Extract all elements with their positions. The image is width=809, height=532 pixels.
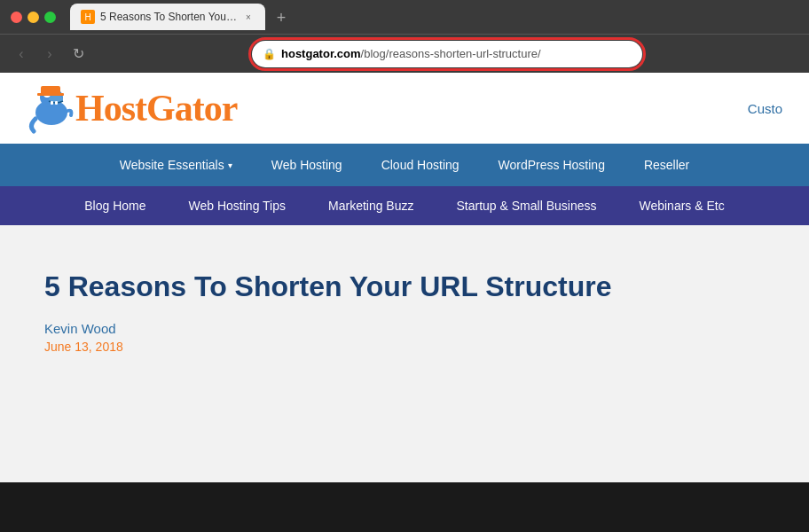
tab-close-button[interactable]: × — [242, 11, 255, 23]
blog-nav-home[interactable]: Blog Home — [63, 186, 167, 225]
chevron-down-icon: ▾ — [228, 160, 232, 170]
url-text: hostgator.com/blog/reasons-shorten-url-s… — [281, 47, 541, 60]
close-button[interactable] — [11, 12, 22, 23]
blog-nav-marketing-buzz[interactable]: Marketing Buzz — [307, 186, 435, 225]
article-title: 5 Reasons To Shorten Your URL Structure — [44, 270, 765, 303]
blog-nav-startup[interactable]: Startup & Small Business — [436, 186, 618, 225]
tab-favicon: H — [81, 10, 95, 24]
nav-item-reseller[interactable]: Reseller — [624, 144, 709, 186]
minimize-button[interactable] — [27, 12, 39, 23]
website-content: HostGator Custo Website Essentials ▾ Web… — [0, 73, 809, 482]
nav-item-web-hosting[interactable]: Web Hosting — [252, 144, 362, 186]
logo-gator-icon — [27, 82, 75, 135]
article-author: Kevin Wood — [44, 321, 765, 336]
address-bar-row: ‹ › ↻ 🔒 hostgator.com/blog/reasons-short… — [0, 34, 809, 73]
lock-icon: 🔒 — [263, 48, 276, 60]
nav-item-cloud-hosting[interactable]: Cloud Hosting — [362, 144, 479, 186]
blog-nav: Blog Home Web Hosting Tips Marketing Buz… — [0, 186, 809, 225]
svg-rect-8 — [37, 93, 64, 96]
url-domain: hostgator.com — [281, 47, 361, 60]
refresh-button[interactable]: ↻ — [67, 43, 89, 65]
logo-text: HostGator — [75, 87, 237, 129]
article-date: June 13, 2018 — [44, 340, 765, 354]
new-tab-button[interactable]: + — [269, 5, 294, 30]
logo-area: HostGator — [27, 82, 237, 135]
url-path: /blog/reasons-shorten-url-structure/ — [361, 47, 541, 60]
site-header: HostGator Custo — [0, 73, 809, 144]
active-tab[interactable]: H 5 Reasons To Shorten Your UR… × — [70, 4, 265, 30]
address-bar[interactable]: 🔒 hostgator.com/blog/reasons-shorten-url… — [252, 41, 642, 67]
nav-item-website-essentials[interactable]: Website Essentials ▾ — [100, 144, 252, 186]
favicon-text: H — [84, 12, 90, 22]
content-area: 5 Reasons To Shorten Your URL Structure … — [0, 225, 809, 482]
maximize-button[interactable] — [44, 12, 56, 23]
blog-nav-webinars[interactable]: Webinars & Etc — [617, 186, 745, 225]
svg-rect-6 — [55, 101, 58, 105]
blog-nav-hosting-tips[interactable]: Web Hosting Tips — [168, 186, 307, 225]
tab-title: 5 Reasons To Shorten Your UR… — [100, 11, 237, 23]
address-bar-wrapper: 🔒 hostgator.com/blog/reasons-shorten-url… — [96, 41, 798, 67]
header-cta[interactable]: Custo — [748, 101, 782, 116]
back-button[interactable]: ‹ — [11, 43, 32, 65]
traffic-lights — [11, 12, 56, 23]
main-nav: Website Essentials ▾ Web Hosting Cloud H… — [0, 144, 809, 186]
forward-button[interactable]: › — [39, 43, 60, 65]
title-bar: H 5 Reasons To Shorten Your UR… × + — [0, 0, 809, 34]
nav-item-wordpress-hosting[interactable]: WordPress Hosting — [479, 144, 624, 186]
svg-rect-5 — [51, 101, 53, 105]
tabs-area: H 5 Reasons To Shorten Your UR… × + — [70, 4, 798, 30]
